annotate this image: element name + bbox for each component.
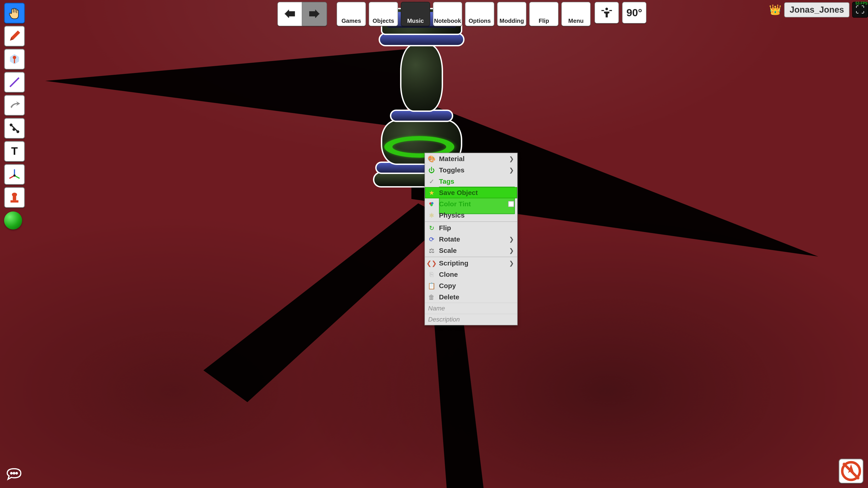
svg-point-46 (430, 204, 433, 206)
ctx-material[interactable]: 🎨 Material ❯ (425, 153, 517, 164)
music-label: Music (407, 18, 424, 24)
ctx-tags[interactable]: ✓ Tags (425, 176, 517, 187)
line-tool[interactable] (4, 72, 25, 93)
svg-point-40 (16, 473, 18, 474)
flick-tool[interactable] (4, 95, 25, 116)
menu-label: Menu (568, 18, 584, 24)
objects-label: Objects (373, 18, 394, 24)
svg-point-24 (13, 56, 16, 59)
hand-tool[interactable] (4, 3, 25, 24)
copy-icon: 📋 (427, 282, 436, 290)
ctx-scripting[interactable]: ❮❯ Scripting ❯ (425, 258, 517, 269)
fullscreen-button[interactable]: ⛶ 53 FPS (852, 2, 868, 18)
ctx-delete[interactable]: 🗑 Delete (425, 291, 517, 303)
username-pill[interactable]: Jonas_Jones (784, 2, 849, 18)
gizmo-tool[interactable] (4, 164, 25, 185)
fullscreen-icon: ⛶ (856, 5, 865, 15)
modding-button[interactable]: Modding (497, 2, 526, 26)
chevron-right-icon: ❯ (509, 260, 514, 267)
svg-point-21 (605, 8, 608, 10)
separator (425, 221, 517, 222)
tint-icon (427, 201, 436, 207)
svg-point-34 (13, 174, 16, 177)
flip-label: Flip (539, 18, 549, 24)
ctx-color-tint[interactable]: Color Tint (425, 198, 517, 210)
trash-icon: 🗑 (427, 293, 436, 301)
lift-button[interactable] (594, 2, 619, 24)
ctx-scale[interactable]: ⚖ Scale ❯ (425, 245, 517, 256)
ctx-rotate[interactable]: ⟳ Rotate ❯ (425, 234, 517, 245)
chevron-right-icon: ❯ (509, 167, 514, 174)
notebook-label: Notebook (434, 18, 461, 24)
arrow-right-icon: 🡆 (309, 8, 320, 20)
flip-button[interactable]: Flip (529, 2, 559, 26)
toggle-icon: ⏻ (427, 166, 436, 174)
left-tool-strip: T (4, 3, 25, 230)
games-label: Games (342, 18, 361, 24)
top-right-cluster: 👑 Jonas_Jones ⛶ 53 FPS (769, 2, 868, 18)
ctx-copy[interactable]: 📋 Copy (425, 280, 517, 291)
options-label: Options (469, 18, 491, 24)
nav-back-button[interactable]: 🡄 (277, 2, 302, 26)
svg-point-38 (11, 473, 12, 474)
star-icon: ★ (427, 189, 436, 197)
ctx-flip[interactable]: ↻ Flip (425, 222, 517, 234)
chevron-right-icon: ❯ (509, 247, 514, 254)
ctx-physics[interactable]: ⚛ Physics (425, 210, 517, 221)
camera-reset-button[interactable] (839, 459, 864, 484)
rotate-icon: ⟳ (427, 236, 436, 243)
atom-icon: ⚛ (427, 212, 436, 219)
svg-point-39 (13, 473, 15, 474)
flip-icon: ↻ (427, 224, 436, 232)
chevron-right-icon: ❯ (509, 156, 514, 162)
shadow (45, 34, 407, 151)
top-context-buttons: 90° (594, 2, 647, 24)
code-icon: ❮❯ (427, 260, 436, 267)
modding-label: Modding (500, 18, 524, 24)
palette-icon: 🎨 (427, 155, 436, 163)
stamp-tool[interactable] (4, 187, 25, 208)
options-button[interactable]: Options (465, 2, 494, 26)
menu-button[interactable]: Menu (561, 2, 591, 26)
ctx-toggles[interactable]: ⏻ Toggles ❯ (425, 164, 517, 176)
rotation-degree-button[interactable]: 90° (622, 2, 647, 24)
svg-text:T: T (11, 145, 18, 157)
arrow-left-icon: 🡄 (284, 8, 296, 20)
object-context-menu: 🎨 Material ❯ ⏻ Toggles ❯ ✓ Tags ★ Save O… (425, 153, 518, 325)
clone-icon: ⎘ (427, 271, 436, 278)
objects-button[interactable]: Objects (369, 2, 398, 26)
host-crown-icon: 👑 (769, 4, 781, 15)
top-toolbar: 🡄 🡆 Games Objects Music Notebook O (277, 2, 591, 26)
games-button[interactable]: Games (337, 2, 366, 26)
tint-swatch (508, 201, 514, 207)
ctx-name-field[interactable]: Name (425, 303, 517, 314)
svg-rect-35 (11, 200, 19, 203)
chat-button[interactable] (5, 465, 23, 483)
username-label: Jonas_Jones (789, 5, 844, 15)
svg-point-37 (12, 193, 17, 197)
scale-icon: ⚖ (427, 247, 436, 254)
chevron-right-icon: ❯ (509, 236, 514, 243)
fps-label: 53 FPS (856, 1, 868, 5)
check-icon: ✓ (427, 178, 436, 185)
notebook-button[interactable]: Notebook (433, 2, 462, 26)
svg-line-25 (10, 78, 19, 87)
pencil-tool[interactable] (4, 26, 25, 46)
degree-label: 90° (626, 6, 642, 19)
svg-point-29 (12, 128, 16, 131)
joint-tool[interactable] (4, 118, 25, 139)
shadow (204, 203, 447, 402)
separator (425, 257, 517, 257)
color-ball[interactable] (4, 212, 22, 230)
music-button[interactable]: Music (401, 2, 430, 26)
ctx-clone[interactable]: ⎘ Clone (425, 269, 517, 280)
zone-tool[interactable] (4, 49, 25, 70)
ctx-save-object[interactable]: ★ Save Object (425, 187, 517, 198)
ctx-description-field[interactable]: Description (425, 314, 517, 325)
text-tool[interactable]: T (4, 141, 25, 162)
nav-forward-button[interactable]: 🡆 (302, 2, 327, 26)
